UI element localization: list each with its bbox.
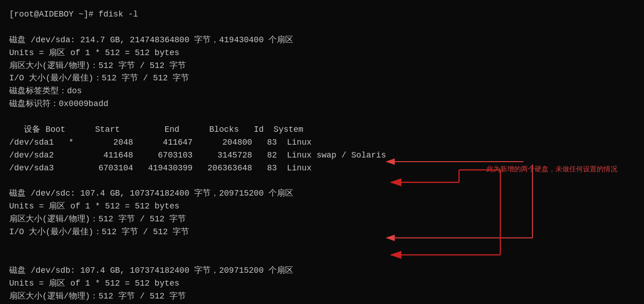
command-prompt: [root@AIDEBOY ~]# fdisk -l — [9, 8, 635, 21]
sda-line2: Units = 扇区 of 1 * 512 = 512 bytes — [9, 47, 635, 60]
annotation-text: 此为新增的两个硬盘，未做任何设置的情况 — [487, 165, 617, 173]
sda-line4: I/O 大小(最小/最佳)：512 字节 / 512 字节 — [9, 72, 635, 85]
sdb-line2: Units = 扇区 of 1 * 512 = 512 bytes — [9, 277, 635, 290]
sdc-line2: Units = 扇区 of 1 * 512 = 512 bytes — [9, 200, 635, 213]
sda1-partition: /dev/sda1 * 2048 411647 204800 83 Linux — [9, 136, 635, 149]
sda-line5: 磁盘标签类型：dos — [9, 85, 635, 98]
sdc-line4: I/O 大小(最小/最佳)：512 字节 / 512 字节 — [9, 226, 635, 239]
sda2-partition: /dev/sda2 411648 6703103 3145728 82 Linu… — [9, 149, 635, 162]
sda-line1: 磁盘 /dev/sda: 214.7 GB, 214748364800 字节，4… — [9, 34, 635, 47]
sdc-line3: 扇区大小(逻辑/物理)：512 字节 / 512 字节 — [9, 213, 635, 226]
sda-line6: 磁盘标识符：0x0009badd — [9, 98, 635, 111]
terminal-output: [root@AIDEBOY ~]# fdisk -l 磁盘 /dev/sda: … — [9, 8, 635, 304]
sdb-line1: 磁盘 /dev/sdb: 107.4 GB, 107374182400 字节，2… — [9, 265, 635, 277]
annotation-label: 此为新增的两个硬盘，未做任何设置的情况 — [487, 164, 617, 174]
sda-line3: 扇区大小(逻辑/物理)：512 字节 / 512 字节 — [9, 60, 635, 73]
sdb-line3: 扇区大小(逻辑/物理)：512 字节 / 512 字节 — [9, 290, 635, 303]
sdc-line1: 磁盘 /dev/sdc: 107.4 GB, 107374182400 字节，2… — [9, 187, 635, 200]
partition-table-header: 设备 Boot Start End Blocks Id System — [9, 124, 635, 136]
